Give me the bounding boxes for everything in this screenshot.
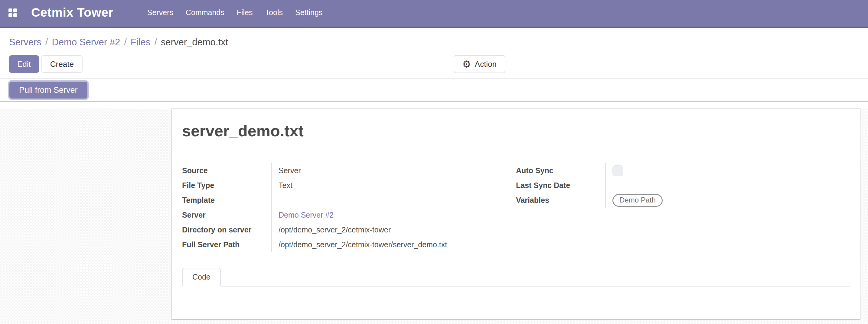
menu-item-tools[interactable]: Tools xyxy=(265,8,283,17)
field-label-full-path: Full Server Path xyxy=(182,237,271,252)
menu-item-servers[interactable]: Servers xyxy=(147,8,173,17)
notebook-tabs: Code xyxy=(182,268,850,287)
edit-button[interactable]: Edit xyxy=(9,55,39,73)
tab-code[interactable]: Code xyxy=(182,268,221,287)
menu-item-files[interactable]: Files xyxy=(237,8,253,17)
breadcrumb: Servers/Demo Server #2/Files/server_demo… xyxy=(0,28,868,48)
field-group-right: Auto Sync Last Sync Date Variables Demo … xyxy=(516,163,850,252)
field-label-template: Template xyxy=(182,193,271,208)
breadcrumb-link-files[interactable]: Files xyxy=(131,37,150,47)
field-value-file-type: Text xyxy=(271,178,516,193)
field-label-auto-sync: Auto Sync xyxy=(516,163,605,178)
form-sheet: server_demo.txt Source Server File Type … xyxy=(172,108,861,320)
apps-grid-square xyxy=(13,13,17,17)
field-value-directory: /opt/demo_server_2/cetmix-tower xyxy=(271,222,516,237)
action-button-label: Action xyxy=(475,60,497,69)
notebook: Code xyxy=(182,268,850,287)
status-bar: Pull from Server xyxy=(0,78,868,102)
control-buttons-row: Edit Create ⚙ Action xyxy=(0,55,868,73)
app-brand[interactable]: Cetmix Tower xyxy=(31,5,114,20)
apps-grid-square xyxy=(8,13,12,17)
field-group-left: Source Server File Type Text Template Se… xyxy=(182,163,516,252)
apps-grid-square xyxy=(13,8,17,12)
breadcrumb-link-demo-server-2[interactable]: Demo Server #2 xyxy=(52,37,120,47)
breadcrumb-separator: / xyxy=(45,37,48,47)
field-value-server: Demo Server #2 xyxy=(271,208,516,222)
field-label-last-sync-date: Last Sync Date xyxy=(516,178,605,193)
field-label-directory: Directory on server xyxy=(182,222,271,237)
field-label-variables: Variables xyxy=(516,193,605,208)
field-label-source: Source xyxy=(182,163,271,178)
control-panel: Servers/Demo Server #2/Files/server_demo… xyxy=(0,28,868,78)
record-title: server_demo.txt xyxy=(182,122,850,140)
field-value-auto-sync xyxy=(605,163,850,178)
main-menu: Servers Commands Files Tools Settings xyxy=(147,8,322,17)
breadcrumb-current: server_demo.txt xyxy=(161,37,228,47)
menu-item-commands[interactable]: Commands xyxy=(186,8,224,17)
field-value-source: Server xyxy=(271,163,516,178)
action-button[interactable]: ⚙ Action xyxy=(454,55,505,73)
gear-icon: ⚙ xyxy=(462,60,471,69)
create-button[interactable]: Create xyxy=(41,55,83,73)
field-label-file-type: File Type xyxy=(182,178,271,193)
field-groups: Source Server File Type Text Template Se… xyxy=(182,163,850,252)
pull-from-server-button[interactable]: Pull from Server xyxy=(9,82,87,99)
menu-item-settings[interactable]: Settings xyxy=(295,8,322,17)
field-label-server: Server xyxy=(182,208,271,222)
field-value-variables: Demo Path xyxy=(605,193,850,208)
field-value-last-sync-date xyxy=(605,178,850,193)
breadcrumb-separator: / xyxy=(154,37,157,47)
field-value-template xyxy=(271,193,516,208)
breadcrumb-link-servers[interactable]: Servers xyxy=(9,37,41,47)
server-record-link[interactable]: Demo Server #2 xyxy=(279,210,334,220)
apps-grid-icon[interactable] xyxy=(8,8,17,17)
apps-grid-square xyxy=(8,8,12,12)
field-value-full-path: /opt/demo_server_2/cetmix-tower/server_d… xyxy=(271,237,516,252)
form-view-background: server_demo.txt Source Server File Type … xyxy=(0,108,868,324)
variable-tag-demo-path[interactable]: Demo Path xyxy=(613,194,663,207)
auto-sync-checkbox[interactable] xyxy=(613,165,623,176)
top-navbar: Cetmix Tower Servers Commands Files Tool… xyxy=(0,0,868,28)
breadcrumb-separator: / xyxy=(124,37,127,47)
